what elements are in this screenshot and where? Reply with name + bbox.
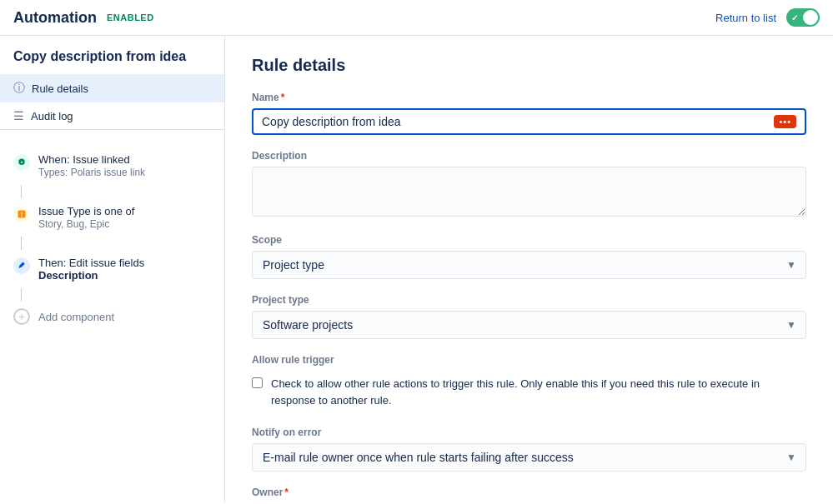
allow-trigger-checkbox-label: Check to allow other rule actions to tri…: [271, 376, 806, 408]
step-then[interactable]: Then: Edit issue fields Description: [0, 250, 224, 288]
allow-trigger-checkbox-row: Check to allow other rule actions to tri…: [252, 372, 806, 412]
workflow-steps: When: Issue linked Types: Polaris issue …: [0, 140, 224, 338]
form-group-project-type: Project type Software projects ▼: [252, 294, 806, 339]
allow-trigger-checkbox[interactable]: [252, 377, 263, 388]
document-icon: ☰: [13, 109, 24, 122]
connector-3: [0, 288, 224, 302]
info-icon: ⓘ: [13, 81, 25, 96]
form-group-scope: Scope Project type ▼: [252, 234, 806, 279]
sidebar: Copy description from idea ⓘ Rule detail…: [0, 36, 225, 502]
scope-select-wrapper: Project type ▼: [252, 251, 806, 279]
project-type-select[interactable]: Software projects: [252, 311, 806, 339]
scope-select[interactable]: Project type: [252, 251, 806, 279]
owner-required: *: [284, 487, 289, 498]
step-when-icon: [13, 154, 30, 171]
connector-line-2: [21, 237, 22, 250]
step-if-content: Issue Type is one of Story, Bug, Epic: [38, 205, 211, 230]
form-group-notify: Notify on error E-mail rule owner once w…: [252, 427, 806, 472]
toggle-check-icon: ✓: [791, 13, 798, 22]
sidebar-item-audit-log[interactable]: ☰ Audit log: [0, 102, 224, 129]
step-when[interactable]: When: Issue linked Types: Polaris issue …: [0, 147, 224, 185]
step-when-content: When: Issue linked Types: Polaris issue …: [38, 153, 211, 178]
step-then-icon: [13, 257, 30, 274]
owner-label: Owner *: [252, 487, 806, 498]
header-left: Automation ENABLED: [13, 9, 154, 27]
automation-toggle[interactable]: ✓: [786, 8, 820, 27]
step-if-subtitle: Story, Bug, Epic: [38, 218, 211, 230]
description-textarea[interactable]: [252, 167, 806, 217]
step-if-title: Issue Type is one of: [38, 205, 211, 217]
notify-label: Notify on error: [252, 427, 806, 438]
name-input-value: Copy description from idea: [262, 115, 774, 128]
scope-label: Scope: [252, 234, 806, 246]
step-then-subtitle: Description: [38, 269, 211, 282]
main-content: Rule details Name * Copy description fro…: [225, 36, 833, 502]
section-title: Rule details: [252, 56, 806, 75]
toggle-knob: [803, 10, 818, 25]
name-label: Name *: [252, 92, 806, 103]
add-component-label: Add component: [38, 311, 114, 323]
add-component-button[interactable]: + Add component: [0, 302, 224, 332]
header: Automation ENABLED Return to list ✓: [0, 0, 833, 36]
main-layout: Copy description from idea ⓘ Rule detail…: [0, 36, 833, 502]
connector-line-3: [21, 288, 22, 302]
notify-select-wrapper: E-mail rule owner once when rule starts …: [252, 443, 806, 472]
step-when-subtitle: Types: Polaris issue link: [38, 167, 211, 178]
name-required: *: [281, 92, 285, 103]
form-group-name: Name * Copy description from idea •••: [252, 92, 806, 135]
sidebar-nav-label-rule-details: Rule details: [32, 82, 88, 95]
sidebar-item-rule-details[interactable]: ⓘ Rule details: [0, 74, 224, 102]
add-circle-icon: +: [13, 308, 30, 325]
allow-trigger-label: Allow rule trigger: [252, 354, 806, 366]
step-if[interactable]: Issue Type is one of Story, Bug, Epic: [0, 198, 224, 237]
notify-select[interactable]: E-mail rule owner once when rule starts …: [252, 443, 806, 472]
connector-2: [0, 237, 224, 250]
sidebar-nav-label-audit-log: Audit log: [31, 110, 73, 122]
step-then-title: Then: Edit issue fields: [38, 257, 211, 269]
name-options-button[interactable]: •••: [774, 115, 796, 128]
project-type-select-wrapper: Software projects ▼: [252, 311, 806, 339]
form-group-owner: Owner * Ronald de Groot ▼ The owner will…: [252, 487, 806, 502]
app-title: Automation: [13, 9, 97, 27]
name-input-box[interactable]: Copy description from idea •••: [252, 108, 806, 135]
form-group-allow-trigger: Allow rule trigger Check to allow other …: [252, 354, 806, 412]
project-type-label: Project type: [252, 294, 806, 306]
form-group-description: Description: [252, 150, 806, 219]
sidebar-nav: ⓘ Rule details ☰ Audit log: [0, 74, 224, 130]
return-to-list-link[interactable]: Return to list: [715, 12, 776, 24]
connector-line-1: [21, 185, 22, 198]
enabled-badge: ENABLED: [107, 12, 154, 22]
description-label: Description: [252, 150, 806, 162]
sidebar-page-title: Copy description from idea: [0, 49, 224, 74]
step-then-content: Then: Edit issue fields Description: [38, 257, 211, 282]
step-when-title: When: Issue linked: [38, 153, 211, 166]
step-if-icon: [13, 206, 30, 222]
header-right: Return to list ✓: [715, 8, 820, 27]
connector-1: [0, 185, 224, 198]
